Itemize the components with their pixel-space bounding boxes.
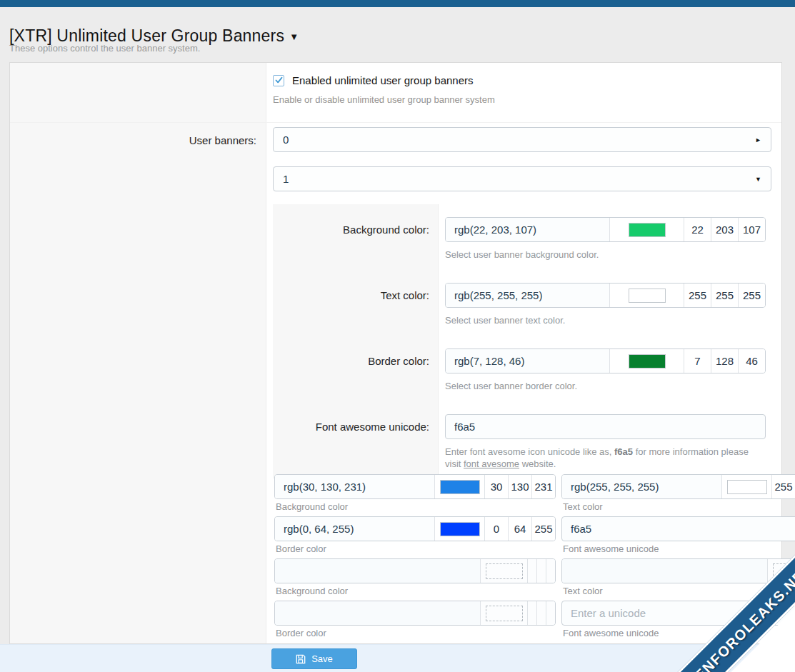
blue-value[interactable]: [546, 559, 555, 583]
font-awesome-unicode-input-3[interactable]: [561, 601, 795, 626]
blue-value[interactable]: 255: [738, 284, 765, 307]
background-color-swatch: [440, 480, 480, 494]
empty-swatch: [486, 563, 523, 579]
color-swatch-cell[interactable]: [609, 284, 684, 307]
text-color-value-input[interactable]: [562, 559, 767, 583]
border-color-value-input[interactable]: [275, 517, 434, 541]
border-color-picker: 7 128 46: [445, 348, 766, 373]
font-awesome-unicode-hint: Enter font avesome icon unicode like as,…: [445, 446, 763, 470]
save-button[interactable]: Save: [271, 648, 357, 669]
border-color-label: Border color:: [273, 336, 439, 401]
red-value[interactable]: [527, 559, 536, 583]
option-row-background-color: Background color: 22 203 107 Select user…: [273, 204, 771, 270]
color-swatch-cell[interactable]: [480, 559, 527, 583]
field-label: Background color: [276, 586, 556, 596]
option-row-text-color: Text color: 255 255 255 Select user bann…: [273, 270, 771, 336]
top-navigation-bar: [0, 0, 795, 7]
border-color-value-input[interactable]: [446, 349, 609, 373]
color-swatch-cell[interactable]: [609, 218, 684, 241]
green-value[interactable]: 203: [711, 218, 738, 241]
field-background-color-2: 30 130 231 Background color: [274, 474, 556, 512]
background-color-picker-2: 30 130 231: [274, 474, 556, 499]
blue-value[interactable]: [546, 601, 555, 625]
extra-banner-groups: 30 130 231 Background color 255 255 255 …: [274, 474, 771, 643]
font-awesome-unicode-input[interactable]: [445, 414, 766, 439]
enabled-checkbox[interactable]: [273, 75, 284, 86]
field-background-color-3: Background color: [274, 558, 556, 596]
checkmark-icon: [275, 76, 283, 84]
background-color-value-input[interactable]: [275, 559, 480, 583]
border-color-swatch: [629, 354, 666, 368]
field-text-color-3: Text color: [561, 558, 795, 596]
text-color-swatch: [727, 480, 767, 494]
field-border-color-2: 0 64 255 Border color: [274, 516, 556, 554]
background-color-hint: Select user banner background color.: [445, 249, 763, 261]
save-icon: [296, 654, 306, 664]
color-swatch-cell[interactable]: [721, 475, 771, 498]
hint-bold-code: f6a5: [614, 446, 633, 457]
green-value[interactable]: 255: [711, 284, 738, 307]
blue-value[interactable]: 107: [738, 218, 765, 241]
empty-swatch: [773, 563, 795, 579]
text-color-picker-3: [561, 558, 795, 583]
red-value[interactable]: [527, 601, 536, 625]
border-color-picker-2: 0 64 255: [274, 516, 556, 541]
red-value[interactable]: 0: [484, 517, 508, 541]
font-awesome-unicode-label: Font awesome unicode:: [273, 401, 439, 478]
enabled-checkbox-label: Enabled unlimited user group banners: [292, 74, 474, 86]
field-border-color-3: Border color: [274, 601, 556, 638]
field-label: Text color: [563, 586, 795, 596]
field-unicode-2: Font awesome unicode: [561, 516, 795, 554]
text-color-value-input[interactable]: [562, 475, 721, 498]
option-row-enabled: Enabled unlimited user group banners Ena…: [273, 74, 771, 105]
options-form-panel: User banners: Enabled unlimited user gro…: [9, 62, 782, 644]
user-banners-select-0[interactable]: 0 ►: [273, 127, 771, 152]
green-value[interactable]: 128: [711, 349, 738, 373]
border-color-value-input[interactable]: [275, 601, 480, 625]
hint-text: website.: [519, 458, 556, 469]
text-color-picker-2: 255 255 255: [561, 474, 795, 499]
save-button-label: Save: [311, 653, 333, 664]
red-value[interactable]: 22: [684, 218, 711, 241]
font-awesome-unicode-input-2[interactable]: [561, 516, 795, 541]
red-value[interactable]: 255: [771, 475, 795, 498]
color-swatch-cell[interactable]: [434, 517, 484, 541]
green-value[interactable]: 64: [508, 517, 531, 541]
blue-value[interactable]: 231: [531, 475, 555, 498]
red-value[interactable]: 30: [484, 475, 508, 498]
font-awesome-link[interactable]: font avesome: [464, 458, 519, 469]
blue-value[interactable]: 255: [531, 517, 555, 541]
blue-value[interactable]: 46: [738, 349, 765, 373]
user-banners-select-1[interactable]: 1 ▼: [273, 166, 771, 191]
color-swatch-cell[interactable]: [609, 349, 684, 373]
hint-text: Enter font avesome icon unicode like as,: [445, 446, 614, 457]
select-1-value: 1: [283, 173, 289, 185]
empty-swatch: [486, 606, 523, 621]
color-swatch-cell[interactable]: [767, 559, 795, 583]
field-label: Border color: [276, 628, 556, 638]
page-subtitle: These options control the user banner sy…: [9, 43, 200, 54]
text-color-value-input[interactable]: [446, 284, 609, 307]
background-color-swatch: [629, 223, 666, 237]
option-row-border-color: Border color: 7 128 46 Select user banne…: [273, 336, 771, 401]
field-unicode-3: Font awesome unicode: [561, 601, 795, 638]
border-color-picker-3: [274, 601, 556, 626]
color-swatch-cell[interactable]: [480, 601, 527, 625]
banner-editor-panel: Background color: 22 203 107 Select user…: [273, 204, 771, 478]
green-value[interactable]: 130: [508, 475, 531, 498]
red-value[interactable]: 255: [684, 284, 711, 307]
text-color-swatch: [629, 289, 666, 303]
red-value[interactable]: 7: [684, 349, 711, 373]
border-color-swatch: [440, 522, 480, 536]
caret-down-icon: ▼: [755, 176, 761, 183]
select-0-value: 0: [283, 134, 289, 146]
green-value[interactable]: [536, 601, 546, 625]
field-label: Font awesome unicode: [563, 628, 795, 638]
background-color-value-input[interactable]: [446, 218, 609, 241]
background-color-value-input[interactable]: [275, 475, 434, 498]
option-label-column: [10, 63, 266, 643]
green-value[interactable]: [536, 559, 546, 583]
color-swatch-cell[interactable]: [434, 475, 484, 498]
field-label: Border color: [276, 544, 556, 554]
title-caret-down-icon: ▼: [289, 31, 299, 42]
